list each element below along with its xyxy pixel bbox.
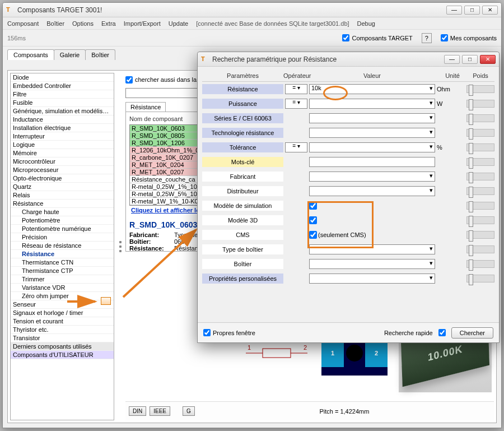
my-components-input[interactable] [441, 34, 448, 41]
own-window-checkbox[interactable]: Propres fenêtre [203, 329, 255, 336]
dialog-close-button[interactable]: ✕ [480, 55, 496, 64]
btn-din[interactable]: DIN [129, 406, 146, 416]
close-button[interactable]: ✕ [482, 6, 498, 15]
param-row: Boîtier▾ [202, 257, 494, 271]
target-components-checkbox[interactable]: Composants TARGET [342, 34, 412, 41]
sidebar-item[interactable]: Opto-électronique [11, 174, 114, 183]
sidebar-item[interactable]: Générique, simulation et modélisation [11, 107, 114, 115]
dialog-max-button[interactable]: □ [462, 55, 478, 64]
dialog-min-button[interactable]: — [444, 55, 460, 64]
sidebar-item[interactable]: Résistance [11, 250, 114, 258]
menu-options[interactable]: Options [72, 20, 94, 27]
weight-slider[interactable] [466, 275, 494, 282]
sidebar-item[interactable]: Potentiomètre numérique [11, 225, 114, 233]
param-combo[interactable]: 10k▾ [309, 84, 435, 94]
param-combo[interactable]: ▾ [309, 128, 435, 138]
menu-debug[interactable]: Debug [357, 20, 375, 27]
weight-slider[interactable] [466, 187, 494, 195]
menu-update[interactable]: Update [169, 20, 188, 27]
sidebar-item[interactable]: Installation électrique [11, 124, 114, 132]
search-input[interactable] [125, 88, 198, 98]
sidebar-item[interactable]: Inductance [11, 115, 114, 124]
svg-text:2: 2 [304, 344, 307, 351]
param-combo[interactable]: ▾ [309, 113, 435, 123]
weight-slider[interactable] [466, 260, 494, 268]
tab-boitier[interactable]: Boîtier [85, 49, 115, 60]
sidebar-item[interactable]: Diode [11, 73, 114, 82]
sidebar-item[interactable]: Réseau de résistance [11, 242, 114, 250]
search-also-db-checkbox[interactable]: chercher aussi dans la db [125, 76, 205, 84]
weight-slider[interactable] [466, 173, 494, 180]
menu-composant[interactable]: Composant [7, 20, 39, 27]
operator-select[interactable]: = ▾ [285, 142, 307, 152]
sidebar-item[interactable]: Quartz [11, 183, 114, 191]
filter-tab-resistance[interactable]: Résistance [125, 102, 166, 112]
tab-galerie[interactable]: Galerie [54, 49, 86, 60]
menu-boitier[interactable]: Boîtier [46, 20, 64, 27]
pad-1: 1 [321, 339, 344, 367]
param-text[interactable] [309, 157, 435, 167]
param-combo[interactable]: ▾ [309, 274, 435, 284]
sidebar-item[interactable]: Filtre [11, 90, 114, 99]
maximize-button[interactable]: □ [464, 6, 480, 15]
weight-slider[interactable] [466, 216, 494, 224]
param-combo[interactable]: ▾ [309, 259, 435, 269]
param-checkbox[interactable] [309, 231, 317, 239]
my-components-checkbox[interactable]: Mes composants [441, 34, 497, 41]
weight-slider[interactable] [466, 158, 494, 166]
operator-select[interactable]: = ▾ [285, 84, 307, 94]
btn-ieee[interactable]: IEEE [150, 406, 170, 416]
sidebar-item[interactable]: Trimmer [11, 275, 114, 284]
quick-search-checkbox[interactable] [438, 329, 446, 336]
parametric-search-icon[interactable] [101, 297, 111, 305]
sidebar-item[interactable]: Zéro ohm jumper [11, 292, 114, 300]
sidebar-item[interactable]: Précision [11, 233, 114, 242]
target-components-input[interactable] [342, 34, 349, 41]
sidebar-item[interactable]: Derniers composants utilisés [11, 342, 114, 351]
sidebar-item[interactable]: Thermistance CTN [11, 258, 114, 267]
param-combo[interactable]: ▾ [309, 172, 435, 182]
menu-extra[interactable]: Extra [101, 20, 116, 27]
sidebar-item[interactable]: Signaux et horloge / timer [11, 309, 114, 317]
tab-composants[interactable]: Composants [7, 49, 54, 60]
sidebar-item[interactable]: Logique [11, 141, 114, 149]
sidebar-item[interactable]: Relais [11, 191, 114, 200]
sidebar-item[interactable]: Mémoire [11, 149, 114, 157]
weight-slider[interactable] [466, 231, 494, 239]
weight-slider[interactable] [466, 202, 494, 210]
param-combo[interactable]: ▾ [309, 244, 435, 254]
param-combo[interactable]: ▾ [309, 99, 435, 109]
weight-slider[interactable] [466, 245, 494, 253]
sidebar-item[interactable]: Potentiomètre [11, 216, 114, 225]
sidebar-item[interactable]: Varistance VDR [11, 284, 114, 292]
search-button[interactable]: Chercher [451, 327, 493, 339]
splitter[interactable] [119, 73, 122, 420]
param-combo[interactable]: ▾ [309, 142, 435, 152]
weight-slider[interactable] [466, 114, 494, 122]
param-checkbox[interactable] [309, 216, 317, 224]
btn-g[interactable]: G [183, 406, 195, 416]
sidebar-item[interactable]: Microcontrôleur [11, 157, 114, 166]
param-checkbox[interactable] [309, 202, 317, 210]
menu-import-export[interactable]: Import/Export [124, 20, 161, 27]
sidebar-item[interactable]: Interrupteur [11, 132, 114, 141]
weight-slider[interactable] [466, 85, 494, 93]
sidebar-item[interactable]: Embedded Controller [11, 82, 114, 90]
weight-slider[interactable] [466, 143, 494, 151]
sidebar-item[interactable]: Composants d'UTILISATEUR [11, 351, 114, 359]
weight-slider[interactable] [466, 100, 494, 108]
help-button[interactable]: ? [422, 33, 432, 43]
operator-select[interactable]: = ▾ [285, 99, 307, 109]
weight-slider[interactable] [466, 129, 494, 137]
sidebar-item[interactable]: Charge haute [11, 208, 114, 216]
sidebar-item[interactable]: Fusible [11, 99, 114, 107]
param-combo[interactable]: ▾ [309, 186, 435, 196]
sidebar-item[interactable]: Résistance [11, 200, 114, 208]
minimize-button[interactable]: — [446, 6, 462, 15]
sidebar-item[interactable]: Microprocesseur [11, 166, 114, 174]
sidebar-item[interactable]: Thermistance CTP [11, 267, 114, 275]
sidebar-item[interactable]: Transistor [11, 334, 114, 342]
sidebar-item[interactable]: Tension et courant [11, 317, 114, 326]
sidebar-item[interactable]: Senseur [11, 300, 114, 309]
sidebar-item[interactable]: Thyristor etc. [11, 326, 114, 334]
